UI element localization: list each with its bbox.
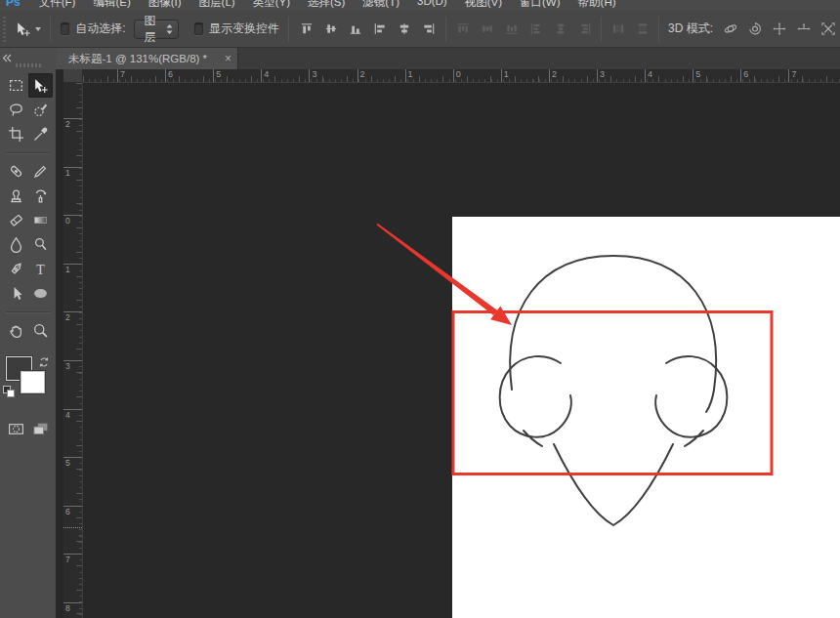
align-top-edges-button[interactable] <box>296 20 317 39</box>
h-ruler-label: 4 <box>645 69 652 82</box>
menu-item-type[interactable]: 类型(Y) <box>244 0 299 10</box>
menu-item-3d[interactable]: 3D(D) <box>408 0 456 10</box>
h-ruler-label: 6 <box>740 69 748 82</box>
quick-selection-tool-button[interactable] <box>28 98 53 122</box>
document-tab-bar: 未标题-1 @ 131%(RGB/8) * × <box>0 48 840 69</box>
menu-item-image[interactable]: 图像(I) <box>140 0 190 10</box>
distribute-right-edges-button[interactable] <box>574 20 596 39</box>
3d-rotate-button[interactable] <box>720 20 741 39</box>
align-vertical-centers-button[interactable] <box>320 20 342 39</box>
h-ruler-label: 2 <box>549 69 557 82</box>
dodge-tool-button[interactable] <box>28 232 53 257</box>
v-ruler-label: 6 <box>63 506 82 516</box>
document-tab[interactable]: 未标题-1 @ 131%(RGB/8) * × <box>56 48 238 69</box>
separator <box>601 17 602 42</box>
eyedropper-tool-button[interactable] <box>28 122 53 146</box>
blur-tool-button[interactable] <box>4 232 28 257</box>
lasso-tool-button[interactable] <box>4 98 28 122</box>
tool-group-separator <box>6 306 50 312</box>
rectangular-marquee-tool-button[interactable] <box>4 73 28 98</box>
auto-select-checkbox[interactable] <box>61 22 69 35</box>
distribute-buttons-group <box>450 20 597 39</box>
workspace: T 765432101234567 21012345678 <box>0 69 840 618</box>
brush-tool-button[interactable] <box>28 159 53 184</box>
tool-grid: T <box>0 73 56 343</box>
canvas-viewport[interactable]: 765432101234567 21012345678 <box>56 69 840 618</box>
color-swatches <box>0 356 56 411</box>
3d-roll-button[interactable] <box>744 20 766 39</box>
swap-colors-icon[interactable] <box>38 354 50 372</box>
h-ruler-label: 1 <box>501 69 509 82</box>
updown-arrows-icon <box>165 23 174 35</box>
svg-text:T: T <box>36 262 45 277</box>
clone-stamp-tool-button[interactable] <box>4 184 28 208</box>
menu-item-edit[interactable]: 编辑(E) <box>84 0 139 10</box>
auto-select-value: 图层 <box>145 13 165 46</box>
3d-scale-button[interactable] <box>818 20 839 39</box>
separator <box>658 17 659 42</box>
crop-tool-button[interactable] <box>4 122 28 146</box>
menu-item-view[interactable]: 视图(V) <box>456 0 511 10</box>
align-horizontal-centers-button[interactable] <box>394 20 415 39</box>
align-bottom-edges-button[interactable] <box>345 20 366 39</box>
vertical-ruler[interactable]: 21012345678 <box>63 83 83 618</box>
collapse-panel-icon[interactable] <box>2 49 12 66</box>
v-ruler-label: 1 <box>63 264 82 274</box>
menu-item-help[interactable]: 帮助(H) <box>569 0 625 10</box>
v-ruler-label: 2 <box>63 311 82 322</box>
distribute-bottom-edges-button[interactable] <box>501 20 523 39</box>
distribute-spacing-vertical-button[interactable] <box>608 20 629 39</box>
menu-item-window[interactable]: 窗口(W) <box>511 0 569 10</box>
3d-slide-button[interactable] <box>793 20 815 39</box>
menu-item-file[interactable]: 文件(F) <box>30 0 85 10</box>
pen-tool-button[interactable] <box>4 257 28 281</box>
menu-item-filter[interactable]: 滤镜(T) <box>354 0 408 10</box>
zoom-tool-button[interactable] <box>28 318 53 343</box>
distribute-horizontal-centers-button[interactable] <box>550 20 571 39</box>
show-transform-label: 显示变换控件 <box>209 21 279 37</box>
type-tool-button[interactable]: T <box>28 257 53 281</box>
horizontal-ruler[interactable]: 765432101234567 <box>83 69 840 83</box>
auto-select-dropdown[interactable]: 图层 <box>134 20 179 39</box>
v-ruler-label: 2 <box>63 118 82 129</box>
photoshop-logo: Ps <box>6 0 21 9</box>
menu-item-select[interactable]: 选择(S) <box>299 0 354 10</box>
ellipse-tool-button[interactable] <box>28 281 53 306</box>
history-brush-tool-button[interactable] <box>28 184 53 208</box>
screen-mode-button[interactable] <box>28 419 52 438</box>
move-tool-icon[interactable] <box>15 21 31 37</box>
tool-preset-caret-icon[interactable] <box>35 27 41 31</box>
align-right-edges-button[interactable] <box>418 20 440 39</box>
align-left-edges-button[interactable] <box>369 20 391 39</box>
eraser-tool-button[interactable] <box>4 208 28 232</box>
v-ruler-label: 5 <box>63 457 82 468</box>
default-colors-icon[interactable] <box>3 386 15 397</box>
path-selection-tool-button[interactable] <box>4 281 28 306</box>
auto-select-label: 自动选择: <box>75 21 125 37</box>
tab-close-icon[interactable]: × <box>225 54 231 63</box>
menu-item-layer[interactable]: 图层(L) <box>190 0 244 10</box>
gradient-tool-button[interactable] <box>28 208 53 232</box>
distribute-top-edges-button[interactable] <box>452 20 474 39</box>
photoshop-window: { "app": { "logo_text": "Ps" }, "menu_ba… <box>0 0 840 618</box>
tools-panel-grip[interactable] <box>16 63 41 67</box>
show-transform-checkbox[interactable] <box>194 22 203 35</box>
h-ruler-label: 7 <box>788 69 796 82</box>
h-ruler-label: 4 <box>261 69 269 82</box>
3d-drag-button[interactable] <box>769 20 790 39</box>
background-color-swatch[interactable] <box>21 371 45 393</box>
spot-healing-brush-tool-button[interactable] <box>4 159 28 184</box>
ruler-origin-box[interactable] <box>63 69 83 83</box>
v-ruler-label: 4 <box>63 409 82 420</box>
document-canvas[interactable] <box>452 217 840 618</box>
quick-mask-mode-button[interactable] <box>4 419 27 438</box>
move-tool-button[interactable] <box>28 73 53 98</box>
v-ruler-label: 0 <box>63 215 82 226</box>
h-ruler-label: 0 <box>453 69 461 82</box>
distribute-vertical-centers-button[interactable] <box>477 20 498 39</box>
options-bar-grip[interactable] <box>1 17 6 42</box>
distribute-left-edges-button[interactable] <box>525 20 547 39</box>
separator <box>50 17 51 42</box>
hand-tool-button[interactable] <box>4 318 28 343</box>
distribute-spacing-horizontal-button[interactable] <box>632 20 653 39</box>
